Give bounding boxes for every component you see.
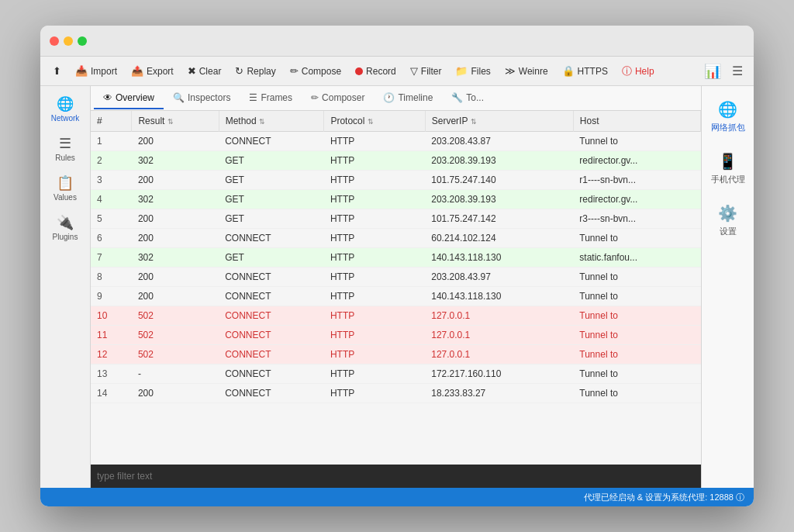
row-serverip: 101.75.247.142 xyxy=(425,209,573,229)
row-result: 302 xyxy=(132,190,219,209)
row-result: - xyxy=(132,364,219,384)
col-serverip[interactable]: ServerIP ⇅ xyxy=(425,111,573,132)
row-protocol: HTTP xyxy=(324,151,425,171)
row-serverip: 101.75.247.140 xyxy=(425,171,573,190)
row-host: Tunnel to xyxy=(573,229,700,248)
files-button[interactable]: 📁 Files xyxy=(449,62,496,80)
chart-icon[interactable]: 📊 xyxy=(699,63,726,80)
table-row[interactable]: 1 200 CONNECT HTTP 203.208.43.87 Tunnel … xyxy=(91,132,701,151)
replay-button[interactable]: ↻ Replay xyxy=(229,62,281,80)
compose-button[interactable]: ✏ Compose xyxy=(284,62,347,80)
row-result: 200 xyxy=(132,384,219,403)
tab-composer[interactable]: ✏ Composer xyxy=(302,88,374,109)
row-protocol: HTTP xyxy=(324,132,425,151)
row-id: 9 xyxy=(91,287,132,306)
tab-timeline[interactable]: 🕐 Timeline xyxy=(374,88,442,109)
row-protocol: HTTP xyxy=(324,287,425,306)
row-result: 502 xyxy=(132,345,219,364)
title-bar xyxy=(40,26,754,57)
row-method: GET xyxy=(219,190,324,209)
record-button[interactable]: Record xyxy=(349,63,402,80)
row-protocol: HTTP xyxy=(324,229,425,248)
row-host: Tunnel to xyxy=(573,306,700,326)
collapse-button[interactable]: ⬆ xyxy=(47,62,67,80)
network-capture-icon: 🌐 xyxy=(718,100,737,119)
filter-button[interactable]: ▽ Filter xyxy=(404,62,448,80)
table-row[interactable]: 8 200 CONNECT HTTP 203.208.43.97 Tunnel … xyxy=(91,268,701,287)
maximize-button[interactable] xyxy=(78,36,87,46)
table-row[interactable]: 14 200 CONNECT HTTP 18.233.83.27 Tunnel … xyxy=(91,384,701,403)
export-button[interactable]: 📤 Export xyxy=(125,62,180,80)
col-result[interactable]: Result ⇅ xyxy=(132,111,219,132)
row-id: 6 xyxy=(91,229,132,248)
table-row[interactable]: 12 502 CONNECT HTTP 127.0.0.1 Tunnel to xyxy=(91,345,701,364)
table-row[interactable]: 4 302 GET HTTP 203.208.39.193 redirector… xyxy=(91,190,701,209)
overview-icon: 👁 xyxy=(103,92,112,103)
row-serverip: 18.233.83.27 xyxy=(425,384,573,403)
sidebar-item-values[interactable]: 📋 Values xyxy=(40,168,90,208)
row-id: 7 xyxy=(91,248,132,268)
col-method[interactable]: Method ⇅ xyxy=(219,111,324,132)
sidebar-item-rules[interactable]: ☰ Rules xyxy=(40,129,90,168)
right-sidebar-mobile[interactable]: 📱 手机代理 xyxy=(702,144,754,193)
help-button[interactable]: ⓘ Help xyxy=(616,61,661,81)
table-row[interactable]: 10 502 CONNECT HTTP 127.0.0.1 Tunnel to xyxy=(91,306,701,326)
table-row[interactable]: 2 302 GET HTTP 203.208.39.193 redirector… xyxy=(91,151,701,171)
row-result: 200 xyxy=(132,209,219,229)
import-button[interactable]: 📥 Import xyxy=(69,62,123,80)
tab-tools[interactable]: 🔧 To... xyxy=(442,88,493,109)
row-result: 302 xyxy=(132,248,219,268)
https-button[interactable]: 🔒 HTTPS xyxy=(556,62,614,80)
row-serverip: 203.208.39.193 xyxy=(425,190,573,209)
row-id: 12 xyxy=(91,345,132,364)
row-id: 10 xyxy=(91,306,132,326)
right-sidebar-settings[interactable]: ⚙️ 设置 xyxy=(702,196,754,245)
table-row[interactable]: 9 200 CONNECT HTTP 140.143.118.130 Tunne… xyxy=(91,287,701,306)
weinre-button[interactable]: ≫ Weinre xyxy=(499,62,554,80)
row-serverip: 140.143.118.130 xyxy=(425,248,573,268)
row-host: Tunnel to xyxy=(573,132,700,151)
table-row[interactable]: 13 - CONNECT HTTP 172.217.160.110 Tunnel… xyxy=(91,364,701,384)
tab-overview[interactable]: 👁 Overview xyxy=(94,88,164,109)
row-serverip: 203.208.39.193 xyxy=(425,151,573,171)
row-method: CONNECT xyxy=(219,287,324,306)
close-button[interactable] xyxy=(50,36,59,46)
right-sidebar-network[interactable]: 🌐 网络抓包 xyxy=(702,92,754,141)
row-id: 11 xyxy=(91,326,132,345)
tab-frames[interactable]: ☰ Frames xyxy=(240,88,302,109)
row-result: 200 xyxy=(132,268,219,287)
minimize-button[interactable] xyxy=(64,36,73,46)
row-method: CONNECT xyxy=(219,132,324,151)
table-row[interactable]: 5 200 GET HTTP 101.75.247.142 r3----sn-b… xyxy=(91,209,701,229)
row-serverip: 203.208.43.87 xyxy=(425,132,573,151)
sidebar-item-plugins[interactable]: 🔌 Plugins xyxy=(40,208,90,247)
clear-button[interactable]: ✖ Clear xyxy=(181,62,228,80)
sidebar-item-network[interactable]: 🌐 Network xyxy=(40,89,90,129)
table-row[interactable]: 7 302 GET HTTP 140.143.118.130 static.fa… xyxy=(91,248,701,268)
lines-icon[interactable]: ☰ xyxy=(727,64,747,78)
tab-bar: 👁 Overview 🔍 Inspectors ☰ Frames ✏ Compo… xyxy=(91,86,701,111)
row-serverip: 172.217.160.110 xyxy=(425,364,573,384)
table-row[interactable]: 11 502 CONNECT HTTP 127.0.0.1 Tunnel to xyxy=(91,326,701,345)
row-result: 302 xyxy=(132,151,219,171)
table-row[interactable]: 6 200 CONNECT HTTP 60.214.102.124 Tunnel… xyxy=(91,229,701,248)
table-row[interactable]: 3 200 GET HTTP 101.75.247.140 r1----sn-b… xyxy=(91,171,701,190)
row-protocol: HTTP xyxy=(324,306,425,326)
row-protocol: HTTP xyxy=(324,268,425,287)
row-host: static.fanfou... xyxy=(573,248,700,268)
row-method: GET xyxy=(219,151,324,171)
row-host: Tunnel to xyxy=(573,345,700,364)
plugins-icon: 🔌 xyxy=(57,214,74,231)
col-id: # xyxy=(91,111,132,132)
main-window: ⬆ 📥 Import 📤 Export ✖ Clear ↻ Replay ✏ C… xyxy=(40,26,754,506)
row-method: GET xyxy=(219,209,324,229)
row-method: GET xyxy=(219,171,324,190)
filter-input[interactable] xyxy=(97,471,695,482)
row-serverip: 127.0.0.1 xyxy=(425,326,573,345)
row-method: CONNECT xyxy=(219,268,324,287)
request-table[interactable]: # Result ⇅ Method ⇅ Protocol ⇅ ServerIP … xyxy=(91,111,701,465)
row-host: redirector.gv... xyxy=(573,190,700,209)
tab-inspectors[interactable]: 🔍 Inspectors xyxy=(164,88,240,109)
row-id: 13 xyxy=(91,364,132,384)
status-text: 代理已经启动 & 设置为系统代理: 12888 ⓘ xyxy=(584,492,744,503)
